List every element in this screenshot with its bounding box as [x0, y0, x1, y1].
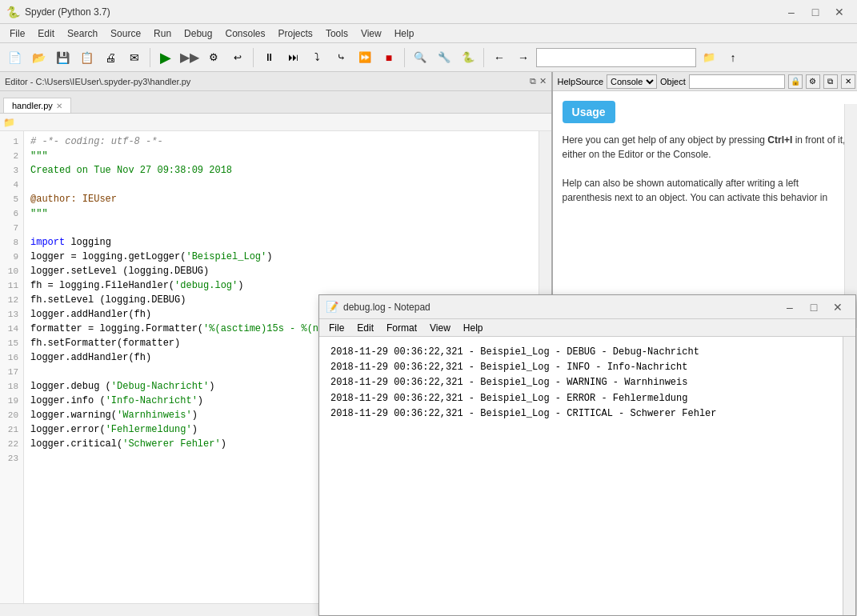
tab-close-button[interactable]: ✕	[56, 102, 62, 110]
menu-tools[interactable]: Tools	[319, 25, 354, 42]
editor-path: Editor - C:\Users\IEUser\.spyder-py3\han…	[5, 77, 190, 86]
menu-run[interactable]: Run	[147, 25, 178, 42]
maximize-button[interactable]: □	[804, 4, 827, 20]
notepad-icon: 📝	[326, 301, 338, 313]
help-controls: Source Console Editor Object 🔒 ⚙ ⧉ ✕	[575, 74, 855, 89]
debug-button[interactable]: ⚙	[202, 46, 225, 69]
menu-source[interactable]: Source	[104, 25, 147, 42]
help-header: Help Source Console Editor Object 🔒 ⚙ ⧉ …	[553, 72, 857, 91]
line-numbers: 1234567891011121314151617181920212223	[0, 131, 24, 603]
app-icon: 🐍	[6, 6, 20, 18]
tools-button[interactable]: 🔧	[433, 46, 455, 69]
editor-folder-row: 📁	[0, 114, 551, 131]
fast-forward-button[interactable]: ⏩	[354, 46, 376, 69]
save-all-button[interactable]: 📋	[75, 46, 98, 69]
menu-help[interactable]: Help	[388, 25, 421, 42]
minimize-button[interactable]: –	[780, 4, 803, 20]
toolbar-sep-2	[253, 48, 254, 67]
editor-close-button[interactable]: ✕	[539, 76, 547, 86]
notepad-title-text: debug.log - Notepad	[343, 302, 779, 313]
help-title: Help	[558, 77, 576, 86]
nav-back-button[interactable]: ←	[488, 46, 511, 69]
notepad-line-2: 2018-11-29 00:36:22,321 - Beispiel_Log -…	[330, 360, 844, 375]
notepad-minimize[interactable]: –	[779, 299, 801, 315]
editor-header-controls: ⧉ ✕	[530, 76, 547, 86]
notepad-scrollbar[interactable]	[843, 337, 855, 615]
step-over-button[interactable]: ⤷	[330, 46, 352, 69]
notepad-maximize[interactable]: □	[803, 299, 825, 315]
notepad-menu: File Edit Format View Help	[319, 319, 855, 337]
usage-title: Usage	[563, 101, 615, 123]
app-title: Spyder (Python 3.7)	[25, 6, 780, 18]
object-input[interactable]	[689, 74, 785, 89]
python-button[interactable]: 🐍	[457, 46, 479, 69]
menu-edit[interactable]: Edit	[31, 25, 61, 42]
tab-label: handler.py	[12, 101, 53, 110]
print-button[interactable]: 🖨	[99, 46, 122, 69]
notepad-menu-file[interactable]: File	[322, 321, 350, 335]
open-file-button[interactable]: 📂	[27, 46, 50, 69]
folder-icon: 📁	[3, 117, 15, 128]
menu-view[interactable]: View	[354, 25, 388, 42]
path-input[interactable]: C:\Users\IEUser\.spyder-py3	[536, 48, 696, 67]
email-button[interactable]: ✉	[123, 46, 146, 69]
step-button[interactable]: ↩	[226, 46, 249, 69]
editor-float-button[interactable]: ⧉	[530, 76, 536, 86]
help-body: Here you can get help of any object by p…	[563, 133, 851, 205]
menu-bar: File Edit Search Source Run Debug Consol…	[0, 24, 857, 43]
help-float-button[interactable]: ⧉	[823, 74, 838, 89]
notepad-close[interactable]: ✕	[827, 299, 849, 315]
run-file-button[interactable]: ▶▶	[178, 46, 201, 69]
menu-consoles[interactable]: Consoles	[218, 25, 271, 42]
run-button[interactable]: ▶	[154, 46, 177, 69]
window-controls: – □ ✕	[780, 4, 851, 20]
menu-debug[interactable]: Debug	[178, 25, 218, 42]
step-into-button[interactable]: ⤵	[306, 46, 328, 69]
notepad-line-5: 2018-11-29 00:36:22,321 - Beispiel_Log -…	[330, 406, 844, 422]
notepad-controls: – □ ✕	[779, 299, 849, 315]
notepad-line-1: 2018-11-29 00:36:22,321 - Beispiel_Log -…	[330, 345, 844, 360]
notepad-title-bar: 📝 debug.log - Notepad – □ ✕	[319, 295, 855, 319]
source-select[interactable]: Console Editor	[607, 74, 657, 89]
notepad-menu-format[interactable]: Format	[380, 321, 423, 335]
help-lock-button[interactable]: 🔒	[788, 74, 803, 89]
nav-go-button[interactable]: 📁	[698, 46, 720, 69]
help-close-button[interactable]: ✕	[841, 74, 855, 89]
tab-bar: handler.py ✕	[0, 91, 551, 114]
tab-handler-py[interactable]: handler.py ✕	[3, 98, 71, 113]
find-button[interactable]: 🔍	[409, 46, 431, 69]
stop-button[interactable]: ■	[378, 46, 400, 69]
notepad-line-4: 2018-11-29 00:36:22,321 - Beispiel_Log -…	[330, 391, 844, 406]
continue-button[interactable]: ⏭	[282, 46, 304, 69]
notepad-content[interactable]: 2018-11-29 00:36:22,321 - Beispiel_Log -…	[319, 337, 855, 615]
notepad-line-3: 2018-11-29 00:36:22,321 - Beispiel_Log -…	[330, 375, 844, 390]
toolbar-sep-1	[150, 48, 150, 67]
object-label: Object	[660, 77, 686, 86]
notepad-window: 📝 debug.log - Notepad – □ ✕ File Edit Fo…	[318, 294, 856, 616]
toolbar: 📄 📂 💾 📋 🖨 ✉ ▶ ▶▶ ⚙ ↩ ⏸ ⏭ ⤵ ⤷ ⏩ ■ 🔍 🔧 🐍 ←…	[0, 43, 857, 72]
editor-header: Editor - C:\Users\IEUser\.spyder-py3\han…	[0, 72, 551, 91]
nav-up-button[interactable]: ↑	[722, 46, 744, 69]
toolbar-sep-4	[483, 48, 484, 67]
close-button[interactable]: ✕	[828, 4, 851, 20]
help-label: Help	[558, 77, 576, 86]
new-file-button[interactable]: 📄	[3, 46, 26, 69]
notepad-menu-help[interactable]: Help	[457, 321, 490, 335]
source-label: Source	[575, 77, 603, 86]
nav-forward-button[interactable]: →	[512, 46, 535, 69]
menu-file[interactable]: File	[3, 25, 31, 42]
save-file-button[interactable]: 💾	[51, 46, 74, 69]
menu-projects[interactable]: Projects	[272, 25, 319, 42]
breakpoint-button[interactable]: ⏸	[258, 46, 280, 69]
toolbar-sep-3	[404, 48, 405, 67]
help-settings-button[interactable]: ⚙	[806, 74, 820, 89]
title-bar: 🐍 Spyder (Python 3.7) – □ ✕	[0, 0, 857, 24]
notepad-menu-edit[interactable]: Edit	[350, 321, 380, 335]
notepad-menu-view[interactable]: View	[423, 321, 457, 335]
menu-search[interactable]: Search	[61, 25, 104, 42]
